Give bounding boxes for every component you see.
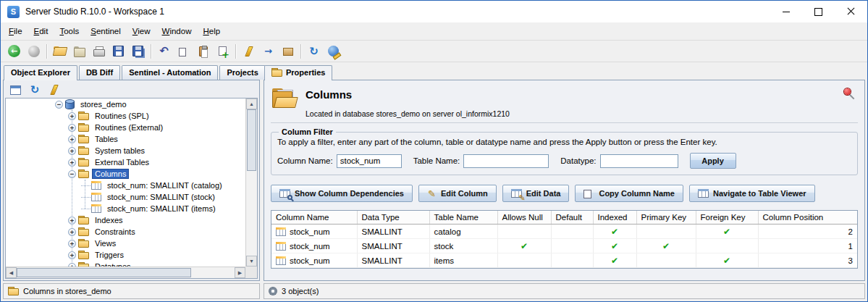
column-header-column-position[interactable]: Column Position bbox=[758, 211, 857, 225]
scroll-up-button[interactable]: ▲ bbox=[246, 98, 257, 109]
tree-toggle[interactable]: − bbox=[55, 101, 63, 109]
column-header-indexed[interactable]: Indexed bbox=[593, 211, 636, 225]
stop-button[interactable] bbox=[25, 43, 43, 60]
tree-item-stores-demo[interactable]: −stores_demo bbox=[6, 98, 245, 110]
show-column-dependencies-button[interactable]: Show Column Dependencies bbox=[271, 185, 413, 202]
tree-toggle[interactable]: + bbox=[68, 217, 76, 225]
copy-column-name-button[interactable]: Copy Column Name bbox=[575, 185, 683, 202]
close-button[interactable] bbox=[835, 1, 867, 22]
open-folder-button[interactable] bbox=[51, 43, 69, 60]
table-row[interactable]: stock_numSMALLINTcatalog✔✔2 bbox=[271, 225, 857, 239]
menu-item-view[interactable]: View bbox=[127, 24, 156, 38]
column-header-allows-null[interactable]: Allows Null bbox=[497, 211, 551, 225]
tree-toggle[interactable]: + bbox=[68, 147, 76, 155]
add-icon bbox=[219, 46, 227, 56]
tree-item-columns[interactable]: −Columns bbox=[6, 168, 245, 180]
horizontal-scroll-thumb[interactable] bbox=[17, 268, 191, 277]
back-button[interactable]: ← bbox=[5, 43, 23, 60]
bolt-button[interactable] bbox=[240, 43, 258, 60]
menu-item-edit[interactable]: Edit bbox=[28, 24, 54, 38]
tree-toggle[interactable]: + bbox=[68, 112, 76, 120]
column-header-column-name[interactable]: Column Name bbox=[271, 211, 357, 225]
main-area: Object ExplorerDB DiffSentinel - Automat… bbox=[1, 62, 867, 301]
menu-item-window[interactable]: Window bbox=[156, 24, 198, 38]
tree-item-routines-spl[interactable]: +Routines (SPL) bbox=[6, 110, 245, 122]
tree-item-tables[interactable]: +Tables bbox=[6, 133, 245, 145]
tree-toggle[interactable]: + bbox=[68, 124, 76, 132]
package-button[interactable] bbox=[279, 43, 297, 60]
refresh-button[interactable]: ↻ bbox=[27, 83, 43, 97]
menu-item-tools[interactable]: Tools bbox=[54, 24, 85, 38]
tab-properties[interactable]: Properties bbox=[264, 65, 332, 80]
tab-db-diff[interactable]: DB Diff bbox=[79, 65, 120, 80]
web-edit-button[interactable] bbox=[324, 43, 342, 60]
tree-item-label: stores_demo bbox=[77, 99, 130, 109]
column-header-default[interactable]: Default bbox=[551, 211, 593, 225]
tree-toggle[interactable]: + bbox=[68, 240, 76, 248]
column-header-foreign-key[interactable]: Foreign Key bbox=[696, 211, 758, 225]
table-row[interactable]: stock_numSMALLINTstock✔✔✔1 bbox=[271, 239, 857, 253]
action-label: Show Column Dependencies bbox=[295, 189, 404, 198]
tree-item-external-tables[interactable]: +External Tables bbox=[6, 156, 245, 168]
scroll-down-button[interactable]: ▼ bbox=[246, 256, 257, 267]
menu-item-file[interactable]: File bbox=[3, 24, 28, 38]
tree-toggle[interactable]: − bbox=[68, 170, 76, 178]
save-all-button[interactable] bbox=[129, 43, 147, 60]
vertical-scroll-track[interactable] bbox=[246, 109, 257, 256]
tab-object-explorer[interactable]: Object Explorer bbox=[4, 65, 77, 80]
save-button[interactable] bbox=[109, 43, 127, 60]
tab-projects[interactable]: Projects bbox=[219, 65, 265, 80]
tree-toggle[interactable]: + bbox=[68, 135, 76, 143]
column-header-table-name[interactable]: Table Name bbox=[429, 211, 497, 225]
edit-data-button[interactable]: ✎Edit Data bbox=[502, 185, 570, 202]
tree-item-stock-num-smallint-catalog[interactable]: stock_num: SMALLINT (catalog) bbox=[6, 180, 245, 191]
tree-item-stock-num-smallint-stock[interactable]: stock_num: SMALLINT (stock) bbox=[6, 191, 245, 203]
tree-item-stock-num-smallint-items[interactable]: stock_num: SMALLINT (items) bbox=[6, 203, 245, 214]
edit-column-button[interactable]: ✎Edit Column bbox=[418, 185, 497, 202]
undo-button[interactable]: ↶ bbox=[155, 43, 173, 60]
paste-button[interactable] bbox=[194, 43, 212, 60]
tree-toggle[interactable]: + bbox=[68, 228, 76, 236]
maximize-button[interactable] bbox=[802, 1, 835, 22]
scroll-left-button[interactable]: ◀ bbox=[6, 267, 17, 278]
horizontal-scrollbar[interactable]: ◀ ▶ bbox=[6, 267, 245, 278]
tree-toggle[interactable]: + bbox=[68, 251, 76, 259]
column-name-input[interactable] bbox=[337, 154, 402, 168]
menu-item-sentinel[interactable]: Sentinel bbox=[85, 24, 127, 38]
closed-folder-button[interactable] bbox=[70, 43, 88, 60]
tree-item-routines-external[interactable]: +Routines (External) bbox=[6, 122, 245, 133]
tree-toggle[interactable]: + bbox=[68, 159, 76, 167]
minimize-button[interactable] bbox=[770, 1, 802, 22]
forward-arrow-button[interactable]: → bbox=[259, 43, 277, 60]
tree-toggle[interactable]: + bbox=[68, 263, 76, 267]
explorer-button[interactable] bbox=[7, 83, 23, 97]
menu-item-help[interactable]: Help bbox=[197, 24, 226, 38]
refresh-button[interactable]: ↻ bbox=[305, 43, 323, 60]
filter-button[interactable] bbox=[46, 83, 62, 97]
tree-item-system-tables[interactable]: +System tables bbox=[6, 145, 245, 156]
save-icon bbox=[113, 46, 124, 56]
horizontal-scroll-track[interactable] bbox=[17, 267, 235, 278]
left-tab-strip: Object ExplorerDB DiffSentinel - Automat… bbox=[3, 64, 260, 80]
pin-button[interactable] bbox=[843, 87, 855, 99]
vertical-scrollbar[interactable]: ▲ ▼ bbox=[245, 98, 257, 267]
apply-button[interactable]: Apply bbox=[690, 153, 736, 169]
copy-button[interactable] bbox=[174, 43, 193, 60]
tree-item-views[interactable]: +Views bbox=[6, 238, 245, 249]
tree-item-indexes[interactable]: +Indexes bbox=[6, 214, 245, 226]
folder-icon bbox=[78, 239, 89, 248]
print-button[interactable] bbox=[90, 43, 108, 60]
tree-item-datatypes[interactable]: +Datatypes bbox=[6, 261, 245, 267]
scroll-right-button[interactable]: ▶ bbox=[235, 267, 245, 278]
table-name-input[interactable] bbox=[463, 154, 549, 168]
column-header-data-type[interactable]: Data Type bbox=[357, 211, 429, 225]
navigate-to-table-viewer-button[interactable]: Navigate to Table Viewer bbox=[689, 185, 815, 202]
vertical-scroll-thumb[interactable] bbox=[247, 109, 256, 171]
column-header-primary-key[interactable]: Primary Key bbox=[636, 211, 696, 225]
datatype-input[interactable] bbox=[600, 154, 678, 168]
tree-item-triggers[interactable]: +Triggers bbox=[6, 249, 245, 261]
tree-item-constraints[interactable]: +Constraints bbox=[6, 226, 245, 238]
table-row[interactable]: stock_numSMALLINTitems✔✔3 bbox=[271, 253, 857, 268]
tab-sentinel-automation[interactable]: Sentinel - Automation bbox=[122, 65, 218, 80]
add-button[interactable] bbox=[214, 43, 232, 60]
